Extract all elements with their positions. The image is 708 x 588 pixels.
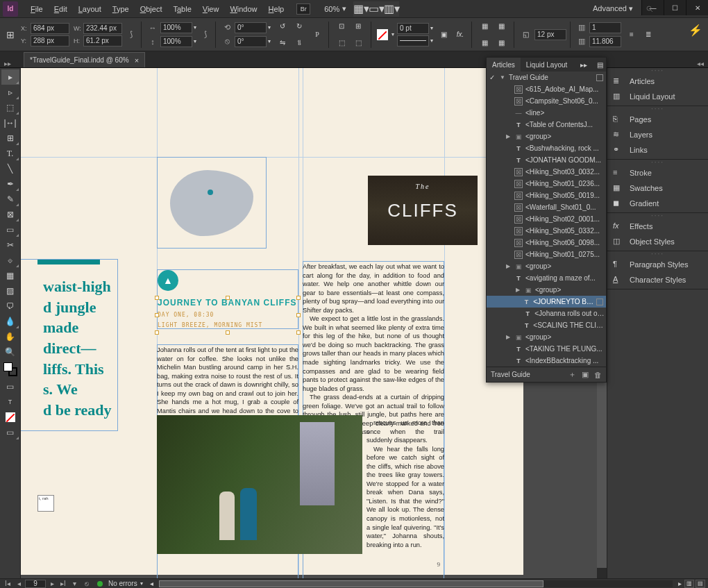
panel-menu-icon[interactable]: ▤	[594, 61, 606, 69]
article-item[interactable]: ▶<group>	[487, 260, 606, 272]
selection-tool[interactable]: ▸	[1, 69, 19, 85]
quick-apply-icon[interactable]: ⚡	[689, 24, 702, 37]
select-next-button[interactable]: ⬚	[351, 35, 366, 51]
panel-layers[interactable]: ≋Layers	[607, 127, 708, 142]
drop-shadow-button[interactable]: ▣	[436, 27, 451, 42]
scale-y-input[interactable]: 100%	[160, 36, 192, 47]
select-prev-button[interactable]: ⬚	[334, 35, 349, 51]
pencil-tool[interactable]: ✎	[1, 192, 19, 207]
articles-tab[interactable]: Articles	[487, 58, 521, 72]
menu-file[interactable]: File	[25, 5, 49, 13]
cols-input[interactable]: 1	[589, 22, 621, 33]
stroke-style-input[interactable]	[397, 35, 429, 47]
eyedropper-tool[interactable]: 💧	[1, 314, 19, 329]
delete-article-icon[interactable]: 🗑	[594, 371, 602, 379]
article-item[interactable]: <TAKING THE PLUNG...	[487, 343, 606, 355]
fill-swatch[interactable]	[375, 27, 390, 42]
bridge-button[interactable]: Br	[296, 3, 310, 15]
stroke-weight-input[interactable]: 0 pt	[397, 23, 429, 34]
panel-effects[interactable]: fxEffects	[607, 219, 708, 234]
panel-swatches[interactable]: ▦Swatches	[607, 180, 708, 196]
menu-table[interactable]: Table	[167, 5, 196, 13]
balance-button[interactable]: ≡	[624, 27, 639, 42]
panel-paragraph-styles[interactable]: ¶Paragraph Styles	[607, 257, 708, 272]
article-item[interactable]: <Hiking_Shot01_0275...	[487, 249, 606, 260]
menu-view[interactable]: View	[197, 5, 225, 13]
corner-options-button[interactable]: ◱	[518, 27, 533, 42]
fill-stroke-swatch[interactable]	[1, 360, 19, 379]
expand-right-icon[interactable]: ◂◂	[697, 60, 704, 67]
gutter-input[interactable]: 11.806	[589, 36, 621, 47]
article-item[interactable]: <IndexBBacktracking ...	[487, 355, 606, 367]
panel-articles[interactable]: ≣Articles	[607, 74, 708, 89]
article-item[interactable]: <Hiking_Shot01_0236...	[487, 178, 606, 190]
article-item[interactable]: ▶<group>	[487, 284, 606, 296]
last-page-button[interactable]: ▸I	[58, 580, 68, 588]
view-options-button[interactable]: ▦▾	[353, 1, 369, 17]
workspace-dropdown[interactable]: Advanced ▾	[589, 4, 637, 13]
select-content-button[interactable]: ⊡	[334, 19, 349, 34]
zoom-tool[interactable]: 🔍	[1, 344, 19, 360]
article-item[interactable]: —<line>	[487, 107, 606, 119]
rectangle-tool[interactable]: ▭	[1, 222, 19, 237]
free-transform-tool[interactable]: ⟐	[1, 253, 19, 268]
article-item[interactable]: <Hiking_Shot06_0098...	[487, 237, 606, 249]
arrange-button[interactable]: ▥▾	[384, 1, 399, 17]
panel-gradient[interactable]: ◼Gradient	[607, 196, 708, 211]
type-tool[interactable]: T.	[1, 146, 19, 161]
structure-view-button[interactable]: ▤	[696, 580, 705, 588]
menu-layout[interactable]: Layout	[73, 5, 107, 13]
w-input[interactable]: 232.44 px	[83, 23, 122, 34]
page-nav-dropdown[interactable]: ▾	[69, 580, 79, 588]
article-item[interactable]: ▶<group>	[487, 131, 606, 142]
view-mode-button[interactable]: ▭	[1, 425, 19, 440]
formatting-text-button[interactable]: T	[1, 394, 19, 410]
panel-collapse-icon[interactable]: ▸▸	[578, 61, 590, 69]
tab-close-icon[interactable]: ×	[135, 56, 139, 65]
constrain-wh-icon[interactable]: ⟆	[125, 28, 137, 41]
cliffs-image[interactable]: The CLIFFS	[368, 176, 478, 245]
article-item[interactable]: <JONATHAN GOODM...	[487, 154, 606, 166]
split-view-button[interactable]: ▥	[684, 580, 694, 588]
panel-object-styles[interactable]: ◫Object Styles	[607, 234, 708, 249]
waterfall-photo[interactable]	[157, 415, 362, 554]
page-input[interactable]: 9	[25, 580, 46, 588]
content-collector-tool[interactable]: ⊞	[1, 131, 19, 146]
add-selection-icon[interactable]: ▣	[582, 370, 589, 379]
article-item[interactable]: <Waterfall_Shot01_0...	[487, 201, 606, 213]
liquid-layout-tab[interactable]: Liquid Layout	[521, 58, 573, 72]
page-tool[interactable]: ⬚	[1, 100, 19, 115]
article-item[interactable]: <avigating a maze of...	[487, 272, 606, 284]
fx-button[interactable]: fx.	[453, 27, 468, 42]
hand-tool[interactable]: ✋	[1, 329, 19, 344]
scale-x-input[interactable]: 100%	[160, 22, 192, 33]
next-page-button[interactable]: ▸	[47, 580, 57, 588]
flip-h-button[interactable]: ⇋	[275, 35, 290, 51]
rotate-input[interactable]: 0°	[235, 22, 267, 33]
panel-pages[interactable]: ⎘Pages	[607, 112, 708, 127]
close-button[interactable]: ✕	[686, 0, 708, 15]
shear-input[interactable]: 0°	[235, 36, 267, 47]
formatting-container-button[interactable]: ▭	[1, 379, 19, 394]
wrap-bound-button[interactable]: ▦	[494, 19, 509, 34]
first-page-button[interactable]: I◂	[3, 580, 12, 588]
article-item[interactable]: <JOURNEYTO BA...	[487, 296, 606, 308]
panel-character-styles[interactable]: ACharacter Styles	[607, 272, 708, 287]
menu-window[interactable]: Window	[224, 5, 262, 13]
reference-point-grid[interactable]: ⊞	[3, 27, 18, 42]
y-input[interactable]: 288 px	[31, 35, 69, 47]
panel-stroke[interactable]: ≡Stroke	[607, 165, 708, 180]
prev-page-button[interactable]: ◂	[14, 580, 24, 588]
article-item[interactable]: <Hiking_Shot03_0032...	[487, 166, 606, 178]
pen-tool[interactable]: ✒	[1, 176, 19, 192]
article-export-toggle[interactable]	[596, 74, 603, 81]
panel-links[interactable]: ⚭Links	[607, 142, 708, 158]
x-input[interactable]: 684 px	[31, 23, 69, 34]
article-item[interactable]: <Hiking_Shot05_0019...	[487, 190, 606, 201]
wrap-shape-button[interactable]: ▦	[477, 35, 492, 51]
constrain-scale-icon[interactable]: ⟆	[199, 28, 212, 41]
article-item[interactable]: <Hiking_Shot05_0332...	[487, 225, 606, 237]
corner-input[interactable]: 12 px	[534, 29, 566, 40]
article-root[interactable]: ✓ ▼ Travel Guide	[487, 72, 606, 83]
map-frame[interactable]	[157, 157, 267, 249]
